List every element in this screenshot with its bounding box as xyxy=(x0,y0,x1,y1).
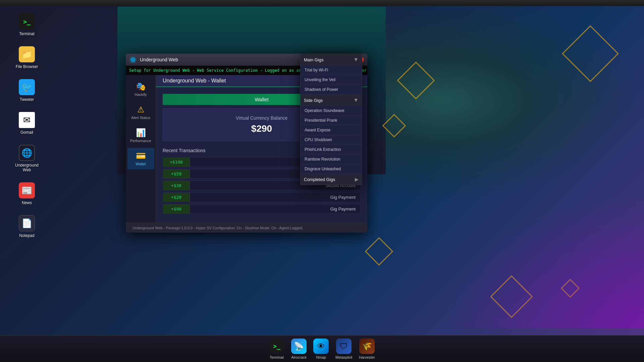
gig-award-label: Award Expose xyxy=(305,128,330,132)
side-gigs-header[interactable]: Side Gigs ▼ xyxy=(301,95,362,106)
filebrowser-label: File Browser xyxy=(16,64,38,69)
tx-amount-4: +$90 xyxy=(163,204,190,214)
transaction-row-4: +$90 Gig Payment xyxy=(163,204,361,214)
gig-presidential-label: Presidential Prank xyxy=(305,118,337,123)
nav-item-alertstatus[interactable]: ⚠ Alert Status xyxy=(127,102,154,123)
taskbar-app-nmap[interactable]: 👁 Nmap xyxy=(313,339,329,359)
main-gigs-label: Main Gigs xyxy=(304,57,324,62)
hackify-nav-label: Hackify xyxy=(135,93,147,97)
desktop-icon-list: >_ Terminal 📁 File Browser 🐦 Tweeter ✉ G… xyxy=(13,13,40,238)
gigs-panel: Main Gigs ▼ Trial by Wi-Fi Unveiling the… xyxy=(300,54,362,185)
taskbar-terminal-label: Terminal xyxy=(270,355,284,359)
gig-item-operation-soundwave[interactable]: Operation Soundwave xyxy=(301,106,362,116)
notepad-label: Notepad xyxy=(19,233,34,238)
gig-trial-by-wifi-label: Trial by Wi-Fi xyxy=(305,68,328,72)
taskbar-terminal-icon: >_ xyxy=(269,339,284,354)
terminal-icon: >_ xyxy=(19,13,35,29)
gig-item-shadows[interactable]: Shadows of Power xyxy=(301,85,362,95)
tx-amount-3: +$20 xyxy=(163,193,190,202)
notepad-icon: 📄 xyxy=(19,215,35,231)
tx-amount-1: +$50 xyxy=(163,169,190,178)
underground-label: Underground Web xyxy=(13,163,40,172)
gig-item-rainbow[interactable]: Rainbow Revolution xyxy=(301,155,362,164)
underground-icon: 🌐 xyxy=(19,145,35,161)
taskbar-app-airocrack[interactable]: 📡 Airocrack xyxy=(291,339,307,359)
desktop-icon-news[interactable]: 📰 News xyxy=(13,182,40,205)
status-bar: Underground Web - Package 1.0.0.0 - Hype… xyxy=(126,223,367,233)
news-icon: 📰 xyxy=(19,182,35,198)
gig-item-phishlink[interactable]: PhishLink Extraction xyxy=(301,145,362,155)
wallet-icon: 💳 xyxy=(136,151,146,161)
geo-decoration-3 xyxy=(562,25,619,82)
gomail-label: Gomail xyxy=(20,130,33,135)
tx-desc-4: Gig Payment xyxy=(190,204,360,214)
gig-item-disgrace[interactable]: Disgrace Unleashed xyxy=(301,164,362,174)
taskbar-bottom: >_ Terminal 📡 Airocrack 👁 Nmap 🛡 Metaspl… xyxy=(0,335,644,362)
taskbar-metasploit-label: Metasploit xyxy=(335,355,352,359)
nav-item-performance[interactable]: 📊 Performance xyxy=(127,125,154,146)
geo-decoration-4 xyxy=(365,237,393,266)
desktop-icon-gomail[interactable]: ✉ Gomail xyxy=(13,112,40,135)
alert-icon: ⚠ xyxy=(137,105,145,114)
desktop-icon-underground[interactable]: 🌐 Underground Web xyxy=(13,145,40,172)
geo-decoration-1 xyxy=(397,61,435,99)
gig-item-presidential-prank[interactable]: Presidential Prank xyxy=(301,116,362,125)
side-gigs-label: Side Gigs xyxy=(304,98,323,103)
nav-item-hackify[interactable]: 🎭 Hackify xyxy=(127,78,154,100)
main-gigs-arrow-icon: ▼ xyxy=(353,57,359,63)
gomail-icon: ✉ xyxy=(19,112,35,128)
gig-shadows-label: Shadows of Power xyxy=(305,87,338,92)
taskbar-top xyxy=(0,0,644,6)
gig-phishlink-label: PhishLink Extraction xyxy=(305,147,341,152)
taskbar-app-terminal[interactable]: >_ Terminal xyxy=(269,339,284,359)
gig-item-trial-by-wifi[interactable]: Trial by Wi-Fi xyxy=(301,65,362,75)
tx-amount-0: +$100 xyxy=(163,158,190,167)
gig-disgrace-label: Disgrace Unleashed xyxy=(305,167,341,171)
tweeter-icon: 🐦 xyxy=(19,79,35,95)
taskbar-airocrack-icon: 📡 xyxy=(291,339,307,354)
desktop-icon-terminal[interactable]: >_ Terminal xyxy=(13,13,40,36)
terminal-label: Terminal xyxy=(19,32,34,36)
completed-gigs-label: Completed Gigs xyxy=(304,177,335,182)
completed-gigs-arrow-icon: ▶ xyxy=(355,177,359,182)
nav-item-wallet[interactable]: 💳 Wallet xyxy=(127,148,154,169)
taskbar-app-harvester[interactable]: 🌾 Harvester xyxy=(359,339,375,359)
gig-item-unveiling[interactable]: Unveiling the Veil xyxy=(301,75,362,85)
taskbar-app-metasploit[interactable]: 🛡 Metasploit xyxy=(335,339,352,359)
window-app-icon: 🌐 xyxy=(129,56,137,63)
hackify-icon: 🎭 xyxy=(136,82,146,91)
tx-amount-2: +$30 xyxy=(163,181,190,190)
taskbar-metasploit-icon: 🛡 xyxy=(336,339,352,354)
transaction-row-3: +$20 Gig Payment xyxy=(163,192,361,202)
completed-gigs-header[interactable]: Completed Gigs ▶ xyxy=(301,174,362,185)
status-text: Underground Web - Package 1.0.0.0 - Hype… xyxy=(132,226,303,230)
taskbar-airocrack-label: Airocrack xyxy=(291,355,307,359)
gig-rainbow-label: Rainbow Revolution xyxy=(305,157,340,162)
taskbar-harvester-icon: 🌾 xyxy=(359,339,375,354)
gig-item-cpu-shutdown[interactable]: CPU Shutdown xyxy=(301,135,362,145)
desktop-icon-filebrowser[interactable]: 📁 File Browser xyxy=(13,46,40,69)
nav-sidebar: 🎭 Hackify ⚠ Alert Status 📊 Performance 💳… xyxy=(126,75,156,223)
purple-glow xyxy=(443,194,644,328)
performance-icon: 📊 xyxy=(136,128,146,137)
performance-nav-label: Performance xyxy=(130,139,151,143)
gig-item-award-expose[interactable]: Award Expose xyxy=(301,125,362,135)
geo-decoration-2 xyxy=(382,114,406,138)
taskbar-nmap-icon: 👁 xyxy=(313,339,329,354)
gig-unveiling-label: Unveiling the Veil xyxy=(305,77,335,82)
taskbar-nmap-label: Nmap xyxy=(316,355,326,359)
desktop-icon-tweeter[interactable]: 🐦 Tweeter xyxy=(13,79,40,102)
main-gigs-header[interactable]: Main Gigs ▼ xyxy=(301,54,362,65)
tx-desc-3: Gig Payment xyxy=(190,193,360,202)
tweeter-label: Tweeter xyxy=(20,97,34,102)
desktop-icon-notepad[interactable]: 📄 Notepad xyxy=(13,215,40,238)
side-gigs-arrow-icon: ▼ xyxy=(353,97,359,103)
taskbar-harvester-label: Harvester xyxy=(359,355,375,359)
alertstatus-nav-label: Alert Status xyxy=(131,116,150,120)
gig-operation-label: Operation Soundwave xyxy=(305,108,344,113)
filebrowser-icon: 📁 xyxy=(19,46,35,62)
news-label: News xyxy=(22,200,32,205)
wallet-nav-label: Wallet xyxy=(136,162,146,166)
gig-cpu-label: CPU Shutdown xyxy=(305,137,332,142)
